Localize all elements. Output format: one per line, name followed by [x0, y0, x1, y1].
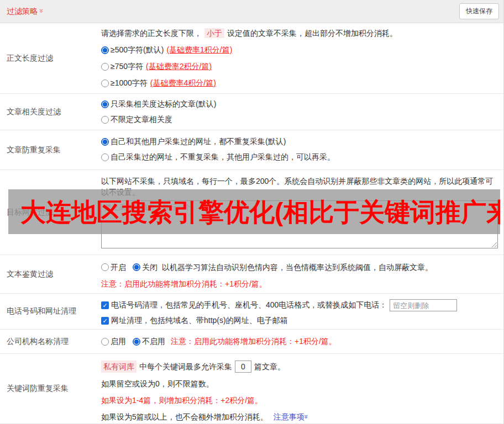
chevron-down-icon: » [303, 415, 310, 418]
row-label-keyword-dedup: 关键词防重复采集 [0, 354, 101, 423]
fee-note: (基础费率4积分/篇) [150, 78, 216, 88]
body-length-intro: 请选择需求的正文长度下限，小于设定值的文章不采集，超出部分不增加积分消耗。 [101, 28, 499, 39]
company-clean-note: 注意：启用此功能将增加积分消耗：+1积分/篇。 [171, 337, 337, 347]
radio-option-relevance-strict[interactable]: 只采集相关度达标的文章(默认) [101, 99, 499, 109]
radio-label: 自己采集过的网址，不重复采集，其他用户采集过的，可以再采。 [111, 152, 335, 162]
filter-strategy-page: 过滤策略 » 快速保存 正文长度过滤 请选择需求的正文长度下限，小于设定值的文章… [0, 0, 504, 424]
radio-selected-icon[interactable] [133, 338, 140, 346]
notice-link-text: 注意事项 [274, 412, 305, 421]
radio-option-company-on[interactable]: 启用 [101, 337, 126, 347]
intro-text-after: 设定值的文章不采集，超出部分不增加积分消耗。 [227, 29, 397, 38]
chevron-down-icon: » [38, 9, 45, 13]
radio-unselected-icon[interactable] [101, 116, 109, 124]
keyword-line4-text: 如果设为5篇或以上，也不会额外增加积分消耗。 [101, 412, 268, 421]
radio-label: ≥500字符(默认) [111, 45, 164, 55]
radio-selected-icon[interactable] [101, 46, 109, 54]
intro-text-before: 请选择需求的正文长度下限， [101, 29, 202, 38]
radio-label: 开启 [111, 262, 126, 273]
radio-option-dedup-all[interactable]: 自己和其他用户采集过的网址，都不重复采集(默认) [101, 137, 499, 147]
checkbox-option-phone-clean[interactable]: 电话号码清理，包括常见的手机号、座机号、400电话格式，或替换成如下电话： [101, 299, 499, 311]
row-label-dedup: 文章防重复采集 [0, 130, 101, 169]
checkbox-option-url-clean[interactable]: 网址清理，包括纯域名、带http(s)的网址、电子邮箱 [101, 316, 499, 326]
row-relevance-filter: 文章相关度过滤 只采集相关度达标的文章(默认) 不限定文章相关度 [0, 94, 503, 130]
row-keyword-dedup: 关键词防重复采集 私有词库 中每个关键词最多允许采集 篇文章。 如果留空或设为0… [0, 354, 503, 424]
radio-label: 自己和其他用户采集过的网址，都不重复采集(默认) [111, 137, 286, 147]
row-dedup-collection: 文章防重复采集 自己和其他用户采集过的网址，都不重复采集(默认) 自己采集过的网… [0, 130, 503, 170]
radio-option-company-off[interactable]: 不启用 [133, 337, 165, 347]
radio-option-porn-on[interactable]: 开启 [101, 262, 126, 273]
checkbox-label: 网址清理，包括纯域名、带http(s)的网址、电子邮箱 [111, 316, 288, 326]
keyword-line1-end: 篇文章。 [254, 361, 285, 372]
radio-option-porn-off[interactable]: 关闭 [133, 262, 158, 273]
row-label-body-length: 正文长度过滤 [0, 23, 101, 93]
keyword-line1-text: 中每个关键词最多允许采集 [139, 361, 232, 372]
keyword-dedup-line2: 如果留空或设为0，则不限篇数。 [101, 378, 499, 389]
overlay-banner: 大连地区搜索引擎优化(相比于关键词推广来 [8, 189, 500, 234]
keyword-dedup-line1: 私有词库 中每个关键词最多允许采集 篇文章。 [101, 361, 499, 373]
row-label-porn-filter: 文本鉴黄过滤 [0, 255, 101, 293]
radio-label: ≥750字符 [111, 62, 143, 72]
less-than-tag: 小于 [204, 28, 224, 38]
row-label-relevance: 文章相关度过滤 [0, 94, 101, 130]
checkbox-label: 电话号码清理，包括常见的手机号、座机号、400电话格式，或替换成如下电话： [111, 300, 387, 310]
radio-unselected-icon[interactable] [101, 263, 109, 271]
porn-filter-description: 以机器学习算法自动识别色情内容，当色情概率达到系统阈值，自动屏蔽文章。 [162, 262, 433, 273]
radio-selected-icon[interactable] [101, 138, 109, 146]
radio-option-1000[interactable]: ≥1000字符 (基础费率4积分/篇) [101, 78, 499, 88]
page-title[interactable]: 过滤策略 » [7, 7, 44, 17]
row-phone-url-clean: 电话号码和网址清理 电话号码清理，包括常见的手机号、座机号、400电话格式，或替… [0, 294, 503, 330]
radio-option-relevance-any[interactable]: 不限定文章相关度 [101, 115, 499, 125]
page-header: 过滤策略 » 快速保存 [0, 0, 503, 23]
radio-option-750[interactable]: ≥750字符 (基础费率2积分/篇) [101, 62, 499, 72]
row-label-phone-url: 电话号码和网址清理 [0, 294, 101, 329]
radio-unselected-icon[interactable] [101, 80, 109, 87]
radio-unselected-icon[interactable] [101, 338, 109, 346]
keyword-dedup-line3: 如果设为1-4篇，则增加积分消耗：+2积分/篇。 [101, 395, 499, 406]
radio-selected-icon[interactable] [133, 263, 140, 271]
quick-save-button[interactable]: 快速保存 [459, 3, 499, 19]
row-body-length-filter: 正文长度过滤 请选择需求的正文长度下限，小于设定值的文章不采集，超出部分不增加积… [0, 23, 503, 94]
checkbox-checked-icon[interactable] [101, 317, 109, 325]
checkbox-checked-icon[interactable] [101, 301, 109, 309]
replacement-phone-input[interactable] [390, 299, 457, 311]
row-porn-filter: 文本鉴黄过滤 开启 关闭 以机器学习算法自动识别色情内容，当色情概率达到系统阈值… [0, 255, 503, 294]
fee-note: (基础费率1积分/篇) [166, 45, 232, 55]
radio-unselected-icon[interactable] [101, 63, 109, 71]
keyword-dedup-line4: 如果设为5篇或以上，也不会额外增加积分消耗。 注意事项» [101, 411, 499, 422]
radio-selected-icon[interactable] [101, 100, 109, 108]
radio-label: 关闭 [142, 262, 158, 273]
max-articles-input[interactable] [235, 361, 251, 373]
overlay-banner-text: 大连地区搜索引擎优化(相比于关键词推广来 [20, 199, 500, 225]
radio-label: 不限定文章相关度 [111, 115, 172, 125]
row-label-company-clean: 公司机构名称清理 [0, 330, 101, 353]
row-company-clean: 公司机构名称清理 启用 不启用 注意：启用此功能将增加积分消耗：+1积分/篇。 [0, 330, 503, 354]
radio-label: ≥1000字符 [111, 78, 148, 88]
radio-label: 不启用 [142, 337, 165, 347]
fee-note: (基础费率2积分/篇) [146, 62, 212, 72]
notice-link[interactable]: 注意事项» [274, 412, 308, 421]
radio-label: 只采集相关度达标的文章(默认) [111, 99, 216, 109]
radio-unselected-icon[interactable] [101, 153, 109, 161]
radio-option-dedup-self[interactable]: 自己采集过的网址，不重复采集，其他用户采集过的，可以再采。 [101, 152, 499, 162]
radio-label: 启用 [111, 337, 126, 347]
private-lexicon-tag: 私有词库 [101, 361, 136, 373]
radio-option-500[interactable]: ≥500字符(默认) (基础费率1积分/篇) [101, 45, 499, 55]
page-title-text: 过滤策略 [7, 7, 38, 17]
porn-filter-note: 注意：启用此功能将增加积分消耗：+1积分/篇。 [101, 278, 499, 289]
